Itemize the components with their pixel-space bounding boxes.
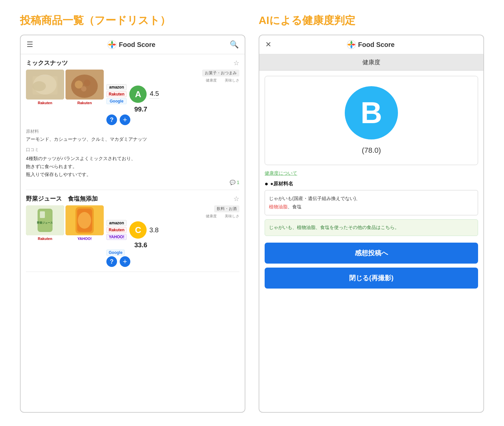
- food-image-nuts1: [26, 70, 64, 100]
- app-header-left: ☰ Food Score 🔍: [21, 35, 245, 54]
- shop-links-nuts: amazon Rakuten Google: [106, 84, 127, 104]
- right-phone-frame: ✕ Food Score 健康度 B (78.0) 健康度: [259, 35, 484, 413]
- star-icon-nuts[interactable]: ☆: [233, 59, 239, 67]
- image-col-nuts2: Rakuten: [65, 70, 104, 105]
- search-icon-top-left[interactable]: 🔍: [230, 40, 239, 49]
- svg-rect-4: [33, 76, 58, 95]
- image-col-juice1: 野菜ジュース Rakuten: [26, 205, 64, 241]
- img1-label-juice: Rakuten: [38, 237, 52, 241]
- google-link-juice-row: Google: [106, 250, 239, 255]
- question-btn-nuts[interactable]: ?: [106, 114, 117, 125]
- grade-score: (78.0): [362, 146, 381, 155]
- question-btn-juice[interactable]: ?: [106, 256, 117, 267]
- food-list: ミックスナッツ ☆: [21, 54, 245, 272]
- logo-text-left: Food Score: [119, 41, 155, 49]
- hamburger-icon[interactable]: ☰: [27, 40, 33, 49]
- shop-links-juice: amazon Rakuten YAHOO!: [106, 220, 127, 240]
- review-section-nuts: 口コミ 4種類のナッツがバランスよくミックスされており、飽きずに食べられます。瓶…: [26, 147, 239, 185]
- img1-label-nuts: Rakuten: [38, 101, 52, 105]
- post-button[interactable]: 感想投稿へ: [265, 243, 478, 264]
- svg-point-8: [84, 80, 90, 86]
- left-panel: 投稿商品一覧（フードリスト） ☰ Food Score 🔍: [20, 13, 245, 413]
- details-col-nuts: お菓子・おつまみ 健康度 美味しさ amazon Rakuten Google: [106, 70, 239, 125]
- food-images-juice: 野菜ジュース Rakuten: [26, 205, 104, 241]
- food-item-juice: 野菜ジュース 食塩無添加 ☆ 野菜ジュース: [26, 190, 239, 272]
- food-item-header-juice: 野菜ジュース 食塩無添加 ☆: [26, 195, 239, 203]
- add-btn-juice[interactable]: +: [120, 256, 130, 267]
- close-rescan-button[interactable]: 閉じる(再撮影): [265, 268, 478, 289]
- taste-label-juice: 美味しさ: [225, 214, 239, 219]
- ingredient-suggest-box[interactable]: じゃがいも、植物油脂、食塩を使ったその他の食品はこちら。: [265, 219, 478, 236]
- ingredient-name-section: ● ●原材料名 じゃがいも(国産・遺伝子組み換えでない)、 植物油脂、食塩: [259, 180, 483, 215]
- health-label-nuts: 健康度: [206, 78, 217, 83]
- google-link-nuts[interactable]: Google: [106, 98, 127, 104]
- score-row-nuts: amazon Rakuten Google A 4.5: [106, 84, 239, 104]
- amazon-link-juice[interactable]: amazon: [106, 220, 127, 226]
- logo-left: Food Score: [107, 40, 155, 49]
- health-grade-nuts: A: [129, 86, 147, 103]
- logo-text-right: Food Score: [358, 41, 395, 49]
- logo-icon-right: [347, 40, 356, 49]
- svg-point-9: [81, 86, 86, 92]
- svg-point-7: [75, 81, 83, 89]
- app-header-right: ✕ Food Score: [259, 35, 483, 54]
- ingredients-line1: じゃがいも(国産・遺伝子組み換えでない)、: [269, 196, 360, 201]
- food-image-nuts2: [65, 70, 104, 100]
- svg-point-18: [78, 212, 91, 229]
- health-score-juice: 33.6: [134, 241, 147, 249]
- review-header-nuts: 口コミ: [26, 147, 239, 153]
- star-icon-juice[interactable]: ☆: [233, 195, 239, 203]
- taste-score-juice: 3.8: [149, 226, 159, 234]
- logo-right: Food Score: [347, 40, 395, 49]
- food-image-juice2: [65, 205, 104, 235]
- health-score-row-juice: 33.6: [106, 241, 239, 249]
- big-grade-letter: B: [361, 96, 382, 130]
- food-content-juice: 野菜ジュース Rakuten: [26, 205, 239, 267]
- amazon-link-nuts[interactable]: amazon: [106, 84, 127, 90]
- close-btn-right[interactable]: ✕: [265, 40, 271, 49]
- taste-score-nuts: 4.5: [150, 90, 159, 98]
- ingredients-text-nuts: アーモンド、カシューナッツ、クルミ、マカダミアナッツ: [26, 136, 239, 143]
- review-count-nuts: 1: [237, 180, 239, 185]
- health-link[interactable]: 健康度について: [259, 170, 483, 176]
- comment-icon-nuts: 💬: [230, 180, 235, 185]
- rakuten-link-nuts[interactable]: Rakuten: [106, 91, 127, 97]
- food-name-nuts: ミックスナッツ: [26, 59, 68, 67]
- dot-label: ● ●原材料名: [265, 180, 478, 187]
- review-text-nuts: 4種類のナッツがバランスよくミックスされており、飽きずに食べられます。瓶入りで保…: [26, 155, 239, 178]
- left-phone-frame: ☰ Food Score 🔍 ミックスナッツ ☆: [20, 35, 245, 413]
- image-col-juice2: YAHOO!: [65, 205, 104, 241]
- ingredient-box: じゃがいも(国産・遺伝子組み換えでない)、 植物油脂、食塩: [265, 190, 478, 215]
- health-section-title: 健康度: [259, 54, 483, 71]
- ingredients-red: 植物油脂: [269, 204, 288, 209]
- food-content-nuts: Rakuten: [26, 70, 239, 125]
- score-actions-nuts: ? +: [106, 114, 239, 125]
- right-panel: AIによる健康度判定 ✕ Food Score 健康度 B: [259, 13, 484, 413]
- health-score-row-nuts: 99.7: [106, 106, 239, 113]
- add-btn-nuts[interactable]: +: [120, 114, 130, 125]
- big-grade-circle: B: [345, 86, 398, 139]
- review-footer-nuts: 💬 1: [26, 180, 239, 185]
- scores-juice: 3.8: [149, 226, 159, 234]
- logo-icon-left: [107, 40, 117, 49]
- google-link-juice[interactable]: Google: [106, 250, 125, 256]
- rakuten-link-juice[interactable]: Rakuten: [106, 227, 127, 233]
- svg-text:野菜ジュース: 野菜ジュース: [37, 221, 53, 224]
- health-score-nuts: 99.7: [134, 106, 147, 113]
- taste-label-nuts: 美味しさ: [225, 78, 239, 83]
- bullet-dot: ●: [265, 180, 268, 187]
- right-panel-title: AIによる健康度判定: [259, 13, 484, 28]
- food-item-header-nuts: ミックスナッツ ☆: [26, 59, 239, 67]
- grade-display-area: B (78.0): [265, 76, 478, 165]
- details-col-juice: 飲料・お酒 健康度 美味しさ amazon Rakuten YAHOO!: [106, 205, 239, 267]
- left-panel-title: 投稿商品一覧（フードリスト）: [20, 13, 245, 28]
- score-headers-nuts: 健康度 美味しさ: [106, 78, 239, 83]
- score-headers-juice: 健康度 美味しさ: [106, 214, 239, 219]
- yahoo-link-juice[interactable]: YAHOO!: [106, 234, 127, 240]
- svg-point-6: [71, 75, 98, 98]
- food-images-nuts: Rakuten: [26, 70, 104, 105]
- category-nuts: お菓子・おつまみ: [202, 70, 239, 77]
- food-image-juice1: 野菜ジュース: [26, 205, 64, 235]
- img2-label-nuts: Rakuten: [77, 101, 92, 105]
- scores-nuts: 4.5: [149, 90, 159, 99]
